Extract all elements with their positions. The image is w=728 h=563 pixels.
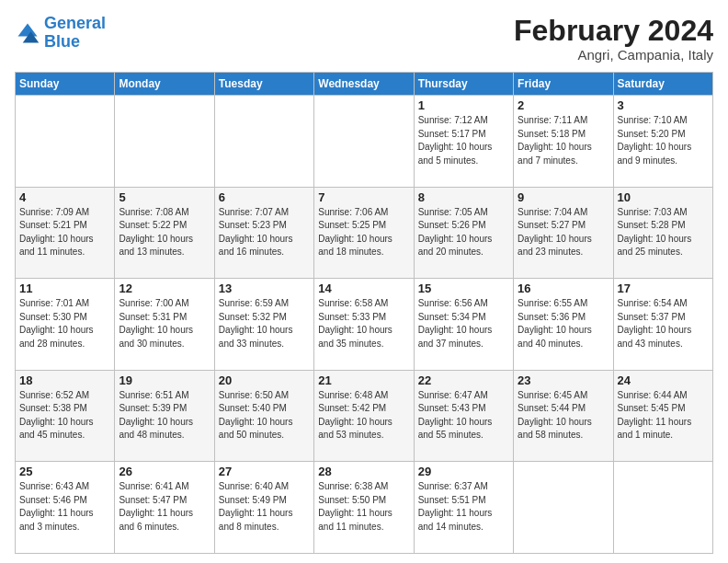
day-info: Sunrise: 7:10 AM Sunset: 5:20 PM Dayligh… — [618, 114, 709, 167]
cell-0-0 — [16, 96, 115, 188]
day-info: Sunrise: 6:47 AM Sunset: 5:43 PM Dayligh… — [418, 389, 509, 442]
cell-3-3: 21Sunrise: 6:48 AM Sunset: 5:42 PM Dayli… — [314, 370, 414, 462]
cell-3-4: 22Sunrise: 6:47 AM Sunset: 5:43 PM Dayli… — [414, 370, 513, 462]
calendar-body: 1Sunrise: 7:12 AM Sunset: 5:17 PM Daylig… — [16, 96, 713, 554]
day-info: Sunrise: 7:03 AM Sunset: 5:28 PM Dayligh… — [618, 206, 709, 259]
week-row-0: 1Sunrise: 7:12 AM Sunset: 5:17 PM Daylig… — [16, 96, 713, 188]
day-number: 19 — [119, 373, 210, 387]
day-number: 21 — [318, 373, 409, 387]
cell-4-3: 28Sunrise: 6:38 AM Sunset: 5:50 PM Dayli… — [314, 462, 414, 554]
day-number: 16 — [518, 282, 609, 295]
calendar-header: Sunday Monday Tuesday Wednesday Thursday… — [16, 73, 713, 96]
col-tuesday: Tuesday — [214, 73, 313, 96]
day-info: Sunrise: 6:44 AM Sunset: 5:45 PM Dayligh… — [618, 389, 709, 442]
cell-3-6: 24Sunrise: 6:44 AM Sunset: 5:45 PM Dayli… — [613, 370, 712, 462]
week-row-4: 25Sunrise: 6:43 AM Sunset: 5:46 PM Dayli… — [16, 462, 713, 554]
day-info: Sunrise: 6:51 AM Sunset: 5:39 PM Dayligh… — [119, 389, 210, 442]
day-number: 18 — [19, 373, 110, 387]
calendar-table: Sunday Monday Tuesday Wednesday Thursday… — [15, 72, 713, 554]
cell-0-5: 2Sunrise: 7:11 AM Sunset: 5:18 PM Daylig… — [514, 96, 613, 188]
day-number: 23 — [518, 373, 609, 387]
cell-4-4: 29Sunrise: 6:37 AM Sunset: 5:51 PM Dayli… — [414, 462, 513, 554]
week-row-2: 11Sunrise: 7:01 AM Sunset: 5:30 PM Dayli… — [16, 279, 713, 371]
day-number: 10 — [618, 190, 709, 204]
cell-1-6: 10Sunrise: 7:03 AM Sunset: 5:28 PM Dayli… — [613, 187, 712, 279]
cell-0-1 — [115, 96, 214, 188]
day-info: Sunrise: 6:58 AM Sunset: 5:33 PM Dayligh… — [318, 297, 409, 350]
col-friday: Friday — [514, 73, 613, 96]
day-info: Sunrise: 6:50 AM Sunset: 5:40 PM Dayligh… — [219, 389, 310, 442]
cell-0-2 — [214, 96, 313, 188]
cell-2-6: 17Sunrise: 6:54 AM Sunset: 5:37 PM Dayli… — [613, 279, 712, 371]
day-info: Sunrise: 6:52 AM Sunset: 5:38 PM Dayligh… — [19, 389, 110, 442]
day-info: Sunrise: 7:04 AM Sunset: 5:27 PM Dayligh… — [518, 206, 609, 259]
day-number: 7 — [318, 190, 409, 204]
day-info: Sunrise: 6:56 AM Sunset: 5:34 PM Dayligh… — [418, 297, 509, 350]
col-sunday: Sunday — [16, 73, 115, 96]
day-number: 17 — [618, 282, 709, 295]
cell-3-5: 23Sunrise: 6:45 AM Sunset: 5:44 PM Dayli… — [514, 370, 613, 462]
day-number: 15 — [418, 282, 509, 295]
day-number: 20 — [219, 373, 310, 387]
day-info: Sunrise: 6:43 AM Sunset: 5:46 PM Dayligh… — [19, 480, 110, 534]
day-number: 25 — [19, 465, 110, 478]
logo-line2: Blue — [44, 32, 80, 51]
col-monday: Monday — [115, 73, 214, 96]
calendar-subtitle: Angri, Campania, Italy — [514, 47, 713, 63]
col-thursday: Thursday — [414, 73, 513, 96]
day-number: 4 — [19, 190, 110, 204]
cell-1-0: 4Sunrise: 7:09 AM Sunset: 5:21 PM Daylig… — [16, 187, 115, 279]
day-number: 3 — [618, 98, 709, 112]
day-info: Sunrise: 6:45 AM Sunset: 5:44 PM Dayligh… — [518, 389, 609, 442]
calendar-title: February 2024 — [514, 15, 713, 47]
day-number: 24 — [618, 373, 709, 387]
day-info: Sunrise: 6:38 AM Sunset: 5:50 PM Dayligh… — [318, 480, 409, 534]
day-number: 11 — [19, 282, 110, 295]
svg-marker-0 — [18, 23, 38, 36]
cell-4-6 — [613, 462, 712, 554]
col-wednesday: Wednesday — [314, 73, 414, 96]
header-row: Sunday Monday Tuesday Wednesday Thursday… — [16, 73, 713, 96]
day-info: Sunrise: 6:54 AM Sunset: 5:37 PM Dayligh… — [618, 297, 709, 350]
day-info: Sunrise: 7:11 AM Sunset: 5:18 PM Dayligh… — [518, 114, 609, 167]
cell-4-2: 27Sunrise: 6:40 AM Sunset: 5:49 PM Dayli… — [214, 462, 313, 554]
cell-1-1: 5Sunrise: 7:08 AM Sunset: 5:22 PM Daylig… — [115, 187, 214, 279]
day-info: Sunrise: 7:06 AM Sunset: 5:25 PM Dayligh… — [318, 206, 409, 259]
cell-3-2: 20Sunrise: 6:50 AM Sunset: 5:40 PM Dayli… — [214, 370, 313, 462]
cell-2-4: 15Sunrise: 6:56 AM Sunset: 5:34 PM Dayli… — [414, 279, 513, 371]
logo-icon — [15, 20, 40, 46]
day-info: Sunrise: 7:09 AM Sunset: 5:21 PM Dayligh… — [19, 206, 110, 259]
day-info: Sunrise: 7:01 AM Sunset: 5:30 PM Dayligh… — [19, 297, 110, 350]
cell-1-5: 9Sunrise: 7:04 AM Sunset: 5:27 PM Daylig… — [514, 187, 613, 279]
day-number: 13 — [219, 282, 310, 295]
day-number: 2 — [518, 98, 609, 112]
day-number: 12 — [119, 282, 210, 295]
day-info: Sunrise: 6:55 AM Sunset: 5:36 PM Dayligh… — [518, 297, 609, 350]
day-info: Sunrise: 6:41 AM Sunset: 5:47 PM Dayligh… — [119, 480, 210, 534]
day-number: 8 — [418, 190, 509, 204]
cell-1-2: 6Sunrise: 7:07 AM Sunset: 5:23 PM Daylig… — [214, 187, 313, 279]
week-row-1: 4Sunrise: 7:09 AM Sunset: 5:21 PM Daylig… — [16, 187, 713, 279]
day-info: Sunrise: 6:37 AM Sunset: 5:51 PM Dayligh… — [418, 480, 509, 534]
logo-line1: General — [44, 14, 106, 32]
day-number: 28 — [318, 465, 409, 478]
cell-3-1: 19Sunrise: 6:51 AM Sunset: 5:39 PM Dayli… — [115, 370, 214, 462]
day-info: Sunrise: 6:40 AM Sunset: 5:49 PM Dayligh… — [219, 480, 310, 534]
cell-4-1: 26Sunrise: 6:41 AM Sunset: 5:47 PM Dayli… — [115, 462, 214, 554]
day-info: Sunrise: 7:08 AM Sunset: 5:22 PM Dayligh… — [119, 206, 210, 259]
day-info: Sunrise: 7:00 AM Sunset: 5:31 PM Dayligh… — [119, 297, 210, 350]
week-row-3: 18Sunrise: 6:52 AM Sunset: 5:38 PM Dayli… — [16, 370, 713, 462]
cell-0-4: 1Sunrise: 7:12 AM Sunset: 5:17 PM Daylig… — [414, 96, 513, 188]
day-number: 14 — [318, 282, 409, 295]
cell-3-0: 18Sunrise: 6:52 AM Sunset: 5:38 PM Dayli… — [16, 370, 115, 462]
logo-text: General Blue — [44, 15, 106, 52]
day-number: 22 — [418, 373, 509, 387]
title-block: February 2024 Angri, Campania, Italy — [514, 15, 713, 63]
day-info: Sunrise: 6:48 AM Sunset: 5:42 PM Dayligh… — [318, 389, 409, 442]
cell-0-3 — [314, 96, 414, 188]
day-info: Sunrise: 7:05 AM Sunset: 5:26 PM Dayligh… — [418, 206, 509, 259]
cell-1-3: 7Sunrise: 7:06 AM Sunset: 5:25 PM Daylig… — [314, 187, 414, 279]
header: General Blue February 2024 Angri, Campan… — [15, 15, 713, 63]
day-number: 5 — [119, 190, 210, 204]
cell-2-2: 13Sunrise: 6:59 AM Sunset: 5:32 PM Dayli… — [214, 279, 313, 371]
